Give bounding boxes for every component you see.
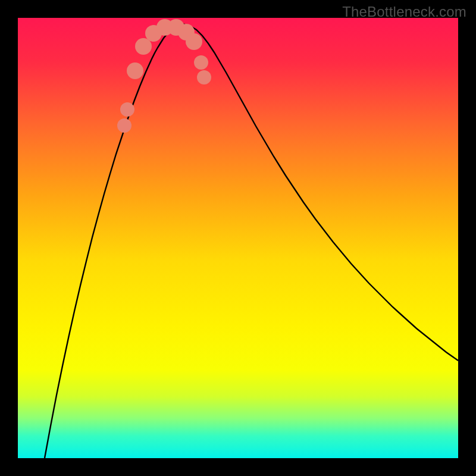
chart-svg — [18, 18, 458, 458]
marker-dot — [127, 62, 143, 79]
marker-dot — [186, 33, 202, 50]
chart-background — [18, 18, 458, 458]
marker-dot — [194, 55, 208, 70]
chart-frame — [18, 18, 458, 458]
marker-dot — [120, 102, 134, 117]
marker-dot — [135, 38, 152, 55]
marker-dot — [117, 118, 131, 133]
marker-dot — [197, 70, 211, 84]
